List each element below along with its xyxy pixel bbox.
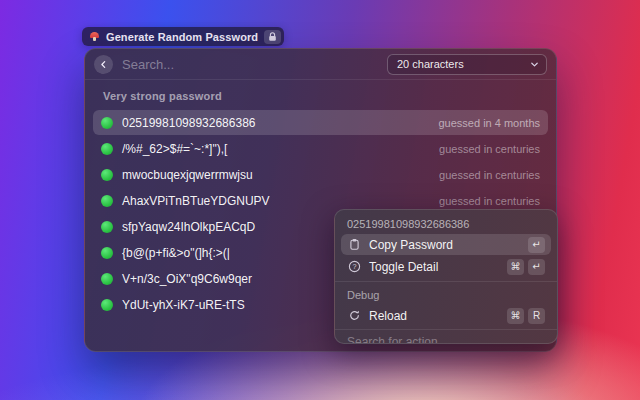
password-text: {b@(p+fi&>o"(]h{:>(| (122, 246, 230, 260)
action-item-label: Copy Password (369, 238, 453, 252)
action-panel-title: 02519981098932686386 (335, 214, 557, 234)
shortcut-keys: ⌘↵ (507, 259, 545, 275)
action-item-label: Reload (369, 309, 407, 323)
divider (335, 281, 557, 282)
password-text: V+n/3c_OiX"q9C6w9qer (122, 272, 252, 286)
chevron-down-icon (530, 55, 539, 73)
action-item-label: Toggle Detail (369, 260, 438, 274)
password-strength-dot (101, 299, 113, 311)
command-chip-label: Generate Random Password (106, 31, 258, 43)
password-extension-icon (89, 31, 100, 42)
keycap: ⌘ (507, 259, 524, 275)
svg-text:?: ? (352, 262, 356, 271)
password-accessory: guessed in centuries (439, 143, 540, 155)
chevron-left-icon (99, 57, 108, 72)
back-button[interactable] (94, 55, 113, 74)
password-text: YdUt-yhX-iK7-uRE-tTS (122, 298, 245, 312)
shortcut-keys: ⌘R (507, 308, 545, 324)
password-accessory: guessed in 4 months (438, 117, 540, 129)
reload-icon (347, 309, 361, 322)
keycap: R (528, 308, 545, 324)
password-text: mwocbuqexjqwerrmwjsu (122, 168, 253, 182)
password-row[interactable]: /%#_62>$#=`~:*]"),[guessed in centuries (93, 136, 548, 161)
password-strength-dot (101, 117, 113, 129)
action-items: Copy Password↵?Toggle Detail⌘↵ (335, 234, 557, 277)
password-text: sfpYaqw24IhOlkpEACqD (122, 220, 255, 234)
keycap: ⌘ (507, 308, 524, 324)
action-search (335, 329, 557, 344)
action-item[interactable]: Copy Password↵ (341, 234, 551, 255)
password-strength-dot (101, 143, 113, 155)
password-strength-dot (101, 273, 113, 285)
action-panel: 02519981098932686386 Copy Password↵?Togg… (334, 209, 558, 344)
password-accessory: guessed in centuries (439, 195, 540, 207)
password-strength-dot (101, 195, 113, 207)
clipboard-icon (347, 238, 361, 251)
password-accessory: guessed in centuries (439, 169, 540, 181)
password-text: 02519981098932686386 (122, 116, 255, 130)
password-row[interactable]: mwocbuqexjqwerrmwjsuguessed in centuries (93, 162, 548, 187)
toggle-detail-icon: ? (347, 260, 361, 273)
lock-icon (264, 30, 281, 44)
password-text: AhaxVPiTnBTueYDGNUPV (122, 194, 270, 208)
password-text: /%#_62>$#=`~:*]"),[ (122, 142, 227, 156)
section-title: Very strong password (85, 80, 556, 109)
action-item[interactable]: ?Toggle Detail⌘↵ (341, 256, 551, 277)
panel-section-label: Debug (335, 286, 557, 305)
search-input[interactable] (122, 57, 378, 72)
action-search-input[interactable] (335, 330, 557, 344)
debug-action-items: Reload⌘R (335, 305, 557, 326)
shortcut-keys: ↵ (528, 237, 545, 253)
action-item[interactable]: Reload⌘R (341, 305, 551, 326)
keycap: ↵ (528, 259, 545, 275)
dropdown-value: 20 characters (397, 58, 464, 70)
password-strength-dot (101, 247, 113, 259)
character-count-dropdown[interactable]: 20 characters (387, 54, 547, 75)
navbar: 20 characters (85, 49, 556, 80)
password-strength-dot (101, 169, 113, 181)
password-row[interactable]: 02519981098932686386guessed in 4 months (93, 110, 548, 135)
command-chip[interactable]: Generate Random Password (82, 27, 284, 46)
password-strength-dot (101, 221, 113, 233)
keycap: ↵ (528, 237, 545, 253)
